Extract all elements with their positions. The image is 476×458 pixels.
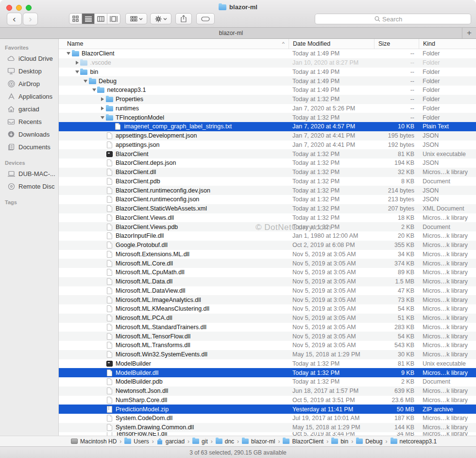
disclosure-triangle-icon[interactable] xyxy=(100,106,105,110)
table-row[interactable]: BlazorInputFile.dllJan 1, 1980 at 12:00 … xyxy=(59,231,476,241)
search-input[interactable] xyxy=(382,16,411,23)
table-row[interactable]: TFInceptionModelToday at 1:32 PM--Folder xyxy=(59,113,476,122)
table-row[interactable]: BlazorClient.deps.jsonToday at 1:32 PM19… xyxy=(59,159,476,168)
disclosure-triangle-icon[interactable] xyxy=(66,52,71,55)
table-row[interactable]: Microsoft.Extensions.ML.dllNov 5, 2019 a… xyxy=(59,250,476,259)
date-modified-cell: Today at 1:32 PM xyxy=(289,96,374,103)
table-row[interactable]: BlazorClient.Views.pdbToday at 1:32 PM2 … xyxy=(59,222,476,231)
size-cell: 50 MB xyxy=(374,406,419,413)
sidebar-item-documents[interactable]: Documents xyxy=(0,141,58,153)
table-row[interactable]: Microsoft.ML.CpuMath.dllNov 5, 2019 at 3… xyxy=(59,268,476,277)
gallery-view-button[interactable] xyxy=(107,14,120,24)
column-view-button[interactable] xyxy=(95,14,107,24)
table-row[interactable]: BlazorClient.pdbToday at 1:32 PM8 KBDocu… xyxy=(59,177,476,186)
breadcrumb-blazor-ml[interactable]: blazor-ml xyxy=(242,438,275,445)
file-name-cell: appsettings.Development.json xyxy=(59,132,289,139)
breadcrumb-bin[interactable]: bin xyxy=(331,438,348,445)
table-row[interactable]: binToday at 1:49 PM--Folder xyxy=(59,68,476,77)
table-row[interactable]: BlazorClient.Views.dllToday at 1:32 PM18… xyxy=(59,213,476,223)
table-row[interactable]: ModelBuilder.pdbToday at 1:32 PM2 KBDocu… xyxy=(59,377,476,387)
column-header-name[interactable]: Name ^ xyxy=(59,39,289,49)
table-row[interactable]: .vscodeJan 10, 2020 at 8:27 PM--Folder xyxy=(59,58,476,68)
table-row[interactable]: TensorFlow.NET.dllOct 5, 2019 at 3:44 PM… xyxy=(59,432,476,436)
column-header-size[interactable]: Size xyxy=(374,39,419,49)
table-row[interactable]: Microsoft.ML.TensorFlow.dllNov 5, 2019 a… xyxy=(59,332,476,341)
table-row[interactable]: appsettings.Development.jsonJan 7, 2020 … xyxy=(59,131,476,141)
table-row[interactable]: BlazorClient.dllToday at 1:32 PM32 KBMic… xyxy=(59,168,476,177)
list-view-button[interactable] xyxy=(82,14,95,24)
table-row[interactable]: Microsoft.ML.Core.dllNov 5, 2019 at 3:05… xyxy=(59,259,476,268)
table-row[interactable]: BlazorClientToday at 1:32 PM81 KBUnix ex… xyxy=(59,149,476,159)
sidebar-item-desktop[interactable]: Desktop xyxy=(0,65,58,77)
column-header-date-modified[interactable]: Date Modified xyxy=(289,39,374,49)
minimize-window-button[interactable] xyxy=(16,5,22,11)
new-tab-button[interactable]: + xyxy=(462,28,476,38)
table-row[interactable]: Microsoft.ML.DataView.dllNov 5, 2019 at … xyxy=(59,286,476,296)
table-row[interactable]: BlazorClient.runtimeconfig.jsonToday at … xyxy=(59,195,476,204)
sidebar-item-airdrop[interactable]: AirDrop xyxy=(0,77,58,90)
table-row[interactable]: DebugToday at 1:49 PM--Folder xyxy=(59,76,476,86)
table-row[interactable]: PropertiesToday at 1:32 PM--Folder xyxy=(59,95,476,104)
file-name-cell: BlazorClient.runtimeconfig.dev.json xyxy=(59,187,289,194)
breadcrumb-macintosh-hd[interactable]: Macintosh HD xyxy=(71,438,117,445)
group-button[interactable] xyxy=(125,13,147,24)
table-row[interactable]: BlazorClient.StaticWebAssets.xmlToday at… xyxy=(59,204,476,213)
icon-view-button[interactable] xyxy=(69,14,82,24)
table-row[interactable]: ModelBuilderToday at 1:32 PM81 KBUnix ex… xyxy=(59,359,476,369)
table-row[interactable]: netcoreapp3.1Today at 1:49 PM--Folder xyxy=(59,86,476,95)
exec-file-icon xyxy=(105,360,113,367)
table-row[interactable]: Microsoft.ML.ImageAnalytics.dllNov 5, 20… xyxy=(59,295,476,304)
disclosure-triangle-icon[interactable] xyxy=(91,88,97,91)
sidebar-item-remote-disc[interactable]: Remote Disc xyxy=(0,180,58,193)
disclosure-triangle-icon[interactable] xyxy=(74,70,80,73)
breadcrumb-debug[interactable]: Debug xyxy=(356,438,382,445)
table-row[interactable]: Microsoft.ML.KMeansClustering.dllNov 5, … xyxy=(59,304,476,314)
disclosure-triangle-icon[interactable] xyxy=(83,80,88,83)
table-row[interactable]: BlazorClientToday at 1:49 PM--Folder xyxy=(59,49,476,58)
tab-blazor-ml[interactable]: blazor-ml xyxy=(0,28,462,38)
table-row[interactable]: Google.Protobuf.dllOct 2, 2019 at 6:08 P… xyxy=(59,241,476,250)
table-row[interactable]: Microsoft.ML.Transforms.dllNov 5, 2019 a… xyxy=(59,341,476,350)
share-button[interactable] xyxy=(175,13,192,24)
table-row[interactable]: System.CodeDom.dllJul 19, 2017 at 10:01 … xyxy=(59,414,476,423)
action-button[interactable] xyxy=(150,13,171,24)
sidebar-item-applications[interactable]: Applications xyxy=(0,90,58,103)
table-row[interactable]: imagenet_comp_graph_label_strings.txtJan… xyxy=(59,122,476,131)
table-row[interactable]: Microsoft.ML.Data.dllNov 5, 2019 at 3:05… xyxy=(59,277,476,286)
tag-button[interactable] xyxy=(196,13,215,24)
table-row[interactable]: ModelBuilder.dllToday at 1:32 PM9 KBMicr… xyxy=(59,368,476,377)
sidebar-item-dub-mac-[interactable]: DUB-MAC-... xyxy=(0,167,58,180)
kind-cell: JSON xyxy=(419,159,476,166)
breadcrumb-separator: › xyxy=(326,438,328,445)
breadcrumb-garciad[interactable]: garciad xyxy=(157,438,185,445)
table-row[interactable]: BlazorClient.runtimeconfig.dev.jsonToday… xyxy=(59,186,476,195)
close-window-button[interactable] xyxy=(6,5,12,11)
search-field[interactable] xyxy=(315,14,471,24)
disclosure-triangle-icon[interactable] xyxy=(100,116,105,119)
table-row[interactable]: NumSharp.Core.dllOct 5, 2019 at 3:51 PM2… xyxy=(59,396,476,405)
zoom-window-button[interactable] xyxy=(26,5,32,11)
table-row[interactable]: Microsoft.Win32.SystemEvents.dllMay 15, … xyxy=(59,350,476,359)
sidebar-item-recents[interactable]: Recents xyxy=(0,115,58,128)
table-row[interactable]: appsettings.jsonJan 7, 2020 at 4:41 PM19… xyxy=(59,141,476,150)
column-header-kind[interactable]: Kind xyxy=(419,39,476,49)
table-row[interactable]: runtimesJan 7, 2020 at 5:26 PM--Folder xyxy=(59,104,476,113)
sidebar-item-downloads[interactable]: Downloads xyxy=(0,128,58,141)
breadcrumb-git[interactable]: git xyxy=(192,438,208,445)
table-row[interactable]: PredictionModel.zipYesterday at 11:41 PM… xyxy=(59,405,476,414)
table-row[interactable]: Newtonsoft.Json.dllJun 18, 2017 at 1:57 … xyxy=(59,387,476,396)
table-row[interactable]: Microsoft.ML.StandardTrainers.dllNov 5, … xyxy=(59,323,476,332)
table-row[interactable]: Microsoft.ML.PCA.dllNov 5, 2019 at 3:05 … xyxy=(59,314,476,323)
table-row[interactable]: System.Drawing.Common.dllMay 15, 2018 at… xyxy=(59,423,476,432)
disclosure-triangle-icon[interactable] xyxy=(74,61,80,65)
breadcrumb-dnc[interactable]: dnc xyxy=(216,438,234,445)
breadcrumb-netcoreapp3-1[interactable]: netcoreapp3.1 xyxy=(391,438,437,445)
forward-button[interactable]: › xyxy=(23,13,38,25)
breadcrumb-users[interactable]: Users xyxy=(124,438,149,445)
sidebar-item-garciad[interactable]: garciad xyxy=(0,103,58,115)
breadcrumb-blazorclient[interactable]: BlazorClient xyxy=(283,438,323,445)
sidebar-item-icloud-drive[interactable]: iCloud Drive xyxy=(0,52,58,65)
back-button[interactable]: ‹ xyxy=(7,13,22,25)
folder-icon xyxy=(106,115,113,121)
disclosure-triangle-icon[interactable] xyxy=(100,97,105,101)
